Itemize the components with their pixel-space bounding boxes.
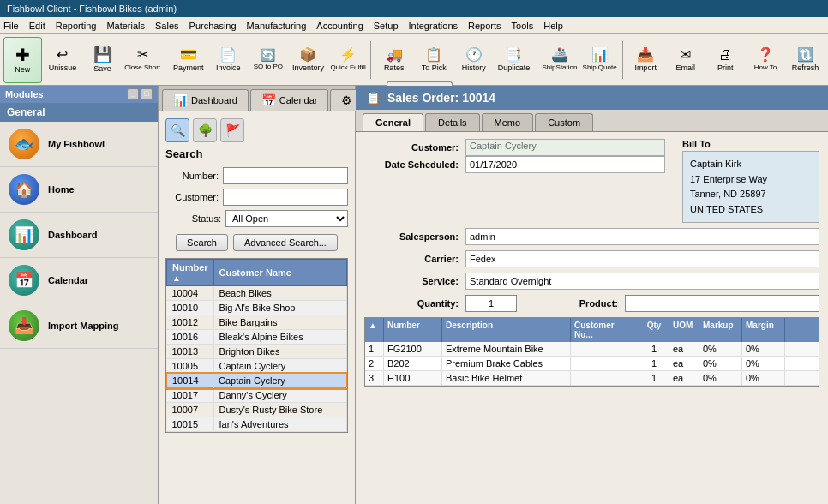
table-row[interactable]: 10010 Big Al's Bike Shop [167,301,347,315]
so-salesperson-input[interactable] [465,228,819,245]
lh-description[interactable]: Description [442,318,571,342]
rates-button[interactable]: 🚚 Rates [375,37,413,83]
so-date-input[interactable] [465,156,665,173]
new-button[interactable]: ✚ New [3,37,42,83]
col-header-number[interactable]: Number ▲ [167,260,214,286]
menu-manufacturing[interactable]: Manufacturing [247,21,307,31]
so-product-input[interactable] [625,295,819,312]
sidebar-item-calendar[interactable]: 📅 Calendar [0,258,158,303]
table-row[interactable]: 10015 Ian's Adventures [167,417,347,432]
sidebar-expand[interactable]: □ [141,88,153,100]
menu-materials[interactable]: Materials [106,21,145,31]
refresh-button[interactable]: 🔃 Refresh [786,37,825,83]
email-button[interactable]: ✉ Email [666,37,705,83]
new-icon: ✚ [15,46,30,63]
col-header-customer[interactable]: Customer Name [213,260,346,286]
result-number: 10007 [167,403,214,417]
menu-edit[interactable]: Edit [29,21,45,31]
li3-qty: 1 [639,371,669,385]
table-row[interactable]: 10014 Captain Cyclery [167,374,347,388]
sidebar-item-home[interactable]: 🏠 Home [0,167,158,213]
how-to-button[interactable]: ❓ How To [747,37,785,83]
unissue-button[interactable]: ↩ Unissue [44,37,82,83]
search-button[interactable]: Search [176,234,228,251]
menu-file[interactable]: File [3,21,19,31]
li2-part: B202 [384,357,442,370]
so-salesperson-label: Salesperson: [364,231,459,242]
tab-dashboard[interactable]: 📊 Dashboard [162,89,249,111]
table-row[interactable]: 10017 Danny's Cyclery [167,388,347,403]
status-select[interactable]: All Open All Closed [225,210,348,227]
calendar-icon: 📅 [9,265,39,296]
ship-quote-button[interactable]: 📊 Ship Quote [580,37,619,83]
so-to-po-button[interactable]: 🔄 SO to PO [249,37,288,83]
duplicate-button[interactable]: 📑 Duplicate [495,37,533,83]
print-icon: 🖨 [718,48,732,62]
lh-margin[interactable]: Margin [742,318,785,342]
sidebar-minimize[interactable]: _ [127,88,139,100]
payment-button[interactable]: 💳 Payment [169,37,207,83]
menu-reports[interactable]: Reports [468,21,501,31]
menu-integrations[interactable]: Integrations [409,21,458,31]
save-icon: 💾 [93,47,112,63]
line-item-2[interactable]: 2 B202 Premium Brake Cables 1 ea 0% 0% [365,357,819,371]
tab-calendar[interactable]: 📅 Calendar [250,89,329,111]
dashboard-icon: 📊 [9,219,39,250]
date-row: Date Scheduled: [364,156,665,173]
advanced-search-button[interactable]: Advanced Search... [233,234,338,251]
so-tab-general[interactable]: General [363,113,423,131]
number-input[interactable] [223,167,348,184]
lh-qty[interactable]: Qty [639,318,669,342]
table-row[interactable]: 10016 Bleak's Alpine Bikes [167,330,347,345]
lh-markup[interactable]: Markup [699,318,742,342]
so-tab-details[interactable]: Details [425,113,480,131]
line-item-3[interactable]: 3 H100 Basic Bike Helmet 1 ea 0% 0% [365,371,819,386]
save-button[interactable]: 💾 Save [83,37,122,83]
results-container[interactable]: Number ▲ Customer Name 10004 Beach Bikes… [165,258,348,433]
so-service-input[interactable] [465,273,819,290]
table-row[interactable]: 10007 Dusty's Rusty Bike Store [167,403,347,417]
menu-tools[interactable]: Tools [512,21,534,31]
separator-4 [622,41,623,79]
line-item-1[interactable]: 1 FG2100 Extreme Mountain Bike 1 ea 0% 0… [365,342,819,357]
import-button[interactable]: 📥 Import [627,37,665,83]
menu-setup[interactable]: Setup [374,21,399,31]
lh-uom[interactable]: UOM [669,318,699,342]
li1-part: FG2100 [384,342,442,356]
menu-reporting[interactable]: Reporting [56,21,97,31]
so-tab-custom[interactable]: Custom [535,113,593,131]
so-product-label: Product: [524,298,618,309]
flag-mode-btn[interactable]: 🚩 [220,118,244,142]
table-row[interactable]: 10005 Captain Cyclery [167,359,347,374]
general-header: General [0,103,158,122]
result-customer: Beach Bikes [213,286,346,301]
tree-mode-btn[interactable]: 🌳 [193,118,217,142]
lh-custnum[interactable]: Customer Nu... [571,318,639,342]
search-mode-btn[interactable]: 🔍 [165,118,189,142]
shipstation-button[interactable]: 🚢 ShipStation [541,37,579,83]
history-button[interactable]: 🕐 History [455,37,494,83]
sidebar-item-dashboard[interactable]: 📊 Dashboard [0,213,158,258]
lh-number[interactable]: Number [384,318,442,342]
menu-purchasing[interactable]: Purchasing [189,21,237,31]
sidebar-item-my-fishbowl[interactable]: 🐟 My Fishbowl [0,122,158,167]
inventory-button[interactable]: 📦 Inventory [289,37,327,83]
customer-input[interactable] [223,189,348,206]
table-row[interactable]: 10012 Bike Bargains [167,315,347,330]
invoice-button[interactable]: 📄 Invoice [209,37,248,83]
so-quantity-input[interactable] [465,295,517,312]
menu-accounting[interactable]: Accounting [316,21,363,31]
so-tab-memo[interactable]: Memo [482,113,534,131]
print-button[interactable]: 🖨 Print [706,37,745,83]
so-carrier-input[interactable] [465,250,819,267]
so-icon: 📋 [366,91,381,105]
table-row[interactable]: 10013 Brighton Bikes [167,345,347,359]
quick-fulfill-button[interactable]: ⚡ Quick Fulfill [329,37,368,83]
result-customer: Captain Cyclery [213,374,346,388]
to-pick-button[interactable]: 📋 To Pick [415,37,453,83]
menu-help[interactable]: Help [543,21,563,31]
menu-sales[interactable]: Sales [155,21,179,31]
sidebar-item-import-mapping[interactable]: 📥 Import Mapping [0,303,158,349]
close-short-button[interactable]: ✂ Close Short [123,37,162,83]
table-row[interactable]: 10004 Beach Bikes [167,286,347,301]
